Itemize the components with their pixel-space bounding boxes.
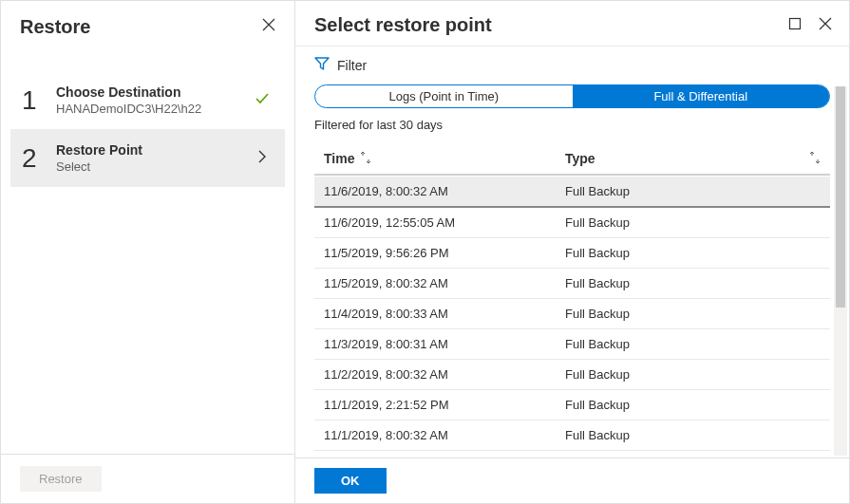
- filtered-status-text: Filtered for last 30 days: [314, 118, 830, 132]
- column-header-time[interactable]: Time: [318, 151, 565, 166]
- cell-type: Full Backup: [565, 428, 826, 442]
- cell-type: Full Backup: [565, 307, 826, 321]
- tab-logs-point-in-time[interactable]: Logs (Point in Time): [315, 85, 573, 107]
- tab-full-differential[interactable]: Full & Differential: [573, 85, 830, 107]
- table-row[interactable]: 11/6/2019, 12:55:05 AMFull Backup: [314, 208, 830, 238]
- restore-button[interactable]: Restore: [20, 466, 102, 492]
- restore-panel-header: Restore: [1, 1, 294, 48]
- table-row[interactable]: 11/1/2019, 8:00:32 AMFull Backup: [314, 420, 830, 451]
- table-row[interactable]: 11/2/2019, 8:00:32 AMFull Backup: [314, 360, 830, 390]
- step-subtitle: Select: [56, 159, 251, 174]
- table-row[interactable]: 11/6/2019, 8:00:32 AMFull Backup: [314, 177, 830, 208]
- step-number: 1: [22, 85, 48, 116]
- ok-button[interactable]: OK: [314, 468, 387, 494]
- cell-time: 11/5/2019, 9:56:26 PM: [318, 246, 565, 260]
- cell-type: Full Backup: [565, 337, 826, 351]
- step-title: Restore Point: [56, 142, 251, 158]
- scrollbar[interactable]: [834, 86, 847, 456]
- svg-rect-0: [790, 18, 801, 28]
- step-body: Restore PointSelect: [56, 142, 251, 174]
- cell-type: Full Backup: [565, 367, 826, 382]
- cell-type: Full Backup: [565, 215, 826, 230]
- select-panel-header: Select restore point: [295, 1, 849, 47]
- select-restore-point-panel: Select restore point Filter Logs (Point …: [295, 1, 849, 503]
- close-icon[interactable]: [817, 15, 834, 36]
- column-header-time-label: Time: [324, 151, 354, 166]
- step-number: 2: [22, 143, 48, 174]
- cell-time: 11/2/2019, 8:00:32 AM: [318, 367, 565, 382]
- step-subtitle: HANADemoIDC3\H22\h22: [56, 102, 251, 116]
- filter-label: Filter: [337, 58, 367, 73]
- chevron-right-icon: [257, 150, 267, 167]
- column-header-type[interactable]: Type: [565, 151, 826, 166]
- sort-icon: [360, 151, 371, 166]
- scrollbar-thumb[interactable]: [836, 86, 845, 308]
- cell-type: Full Backup: [565, 184, 826, 198]
- select-panel-footer: OK: [295, 457, 849, 503]
- check-icon: [254, 90, 271, 111]
- restore-points-table-header: Time Type: [314, 143, 830, 176]
- table-row[interactable]: 11/3/2019, 8:00:31 AMFull Backup: [314, 329, 830, 360]
- cell-time: 11/3/2019, 8:00:31 AM: [318, 337, 565, 351]
- sort-icon: [809, 151, 821, 166]
- cell-time: 11/1/2019, 2:21:52 PM: [318, 398, 565, 412]
- wizard-steps: 1Choose DestinationHANADemoIDC3\H22\h222…: [1, 48, 294, 196]
- cell-time: 11/4/2019, 8:00:33 AM: [318, 307, 565, 321]
- table-row[interactable]: 11/5/2019, 9:56:26 PMFull Backup: [314, 238, 830, 269]
- step-status: [251, 90, 274, 111]
- backup-type-tabs: Logs (Point in Time) Full & Differential: [314, 84, 830, 108]
- restore-panel-footer: Restore: [1, 454, 294, 503]
- cell-type: Full Backup: [565, 246, 826, 260]
- cell-time: 11/5/2019, 8:00:32 AM: [318, 276, 565, 290]
- table-row[interactable]: 11/1/2019, 2:21:52 PMFull Backup: [314, 390, 830, 420]
- select-panel-title: Select restore point: [314, 14, 492, 36]
- cell-time: 11/6/2019, 8:00:32 AM: [318, 184, 565, 198]
- filter-row[interactable]: Filter: [295, 47, 849, 84]
- restore-title: Restore: [20, 16, 90, 38]
- wizard-step-1[interactable]: 1Choose DestinationHANADemoIDC3\H22\h22: [10, 71, 285, 129]
- cell-type: Full Backup: [565, 398, 826, 412]
- cell-time: 11/6/2019, 12:55:05 AM: [318, 215, 565, 230]
- cell-type: Full Backup: [565, 276, 826, 290]
- wizard-step-2[interactable]: 2Restore PointSelect: [10, 129, 285, 187]
- cell-time: 11/1/2019, 8:00:32 AM: [318, 428, 565, 442]
- table-row[interactable]: 11/5/2019, 8:00:32 AMFull Backup: [314, 269, 830, 299]
- table-row[interactable]: 11/4/2019, 8:00:33 AMFull Backup: [314, 299, 830, 329]
- column-header-type-label: Type: [565, 151, 595, 166]
- restore-panel: Restore 1Choose DestinationHANADemoIDC3\…: [1, 1, 295, 503]
- close-icon[interactable]: [258, 14, 279, 39]
- step-body: Choose DestinationHANADemoIDC3\H22\h22: [56, 84, 251, 116]
- step-title: Choose Destination: [56, 84, 251, 100]
- maximize-icon[interactable]: [786, 15, 803, 36]
- restore-point-content: Logs (Point in Time) Full & Differential…: [295, 84, 849, 457]
- restore-points-table-body: 11/6/2019, 8:00:32 AMFull Backup11/6/201…: [314, 176, 830, 452]
- select-panel-header-actions: [786, 15, 834, 36]
- step-status: [251, 150, 274, 167]
- filter-icon: [314, 56, 330, 75]
